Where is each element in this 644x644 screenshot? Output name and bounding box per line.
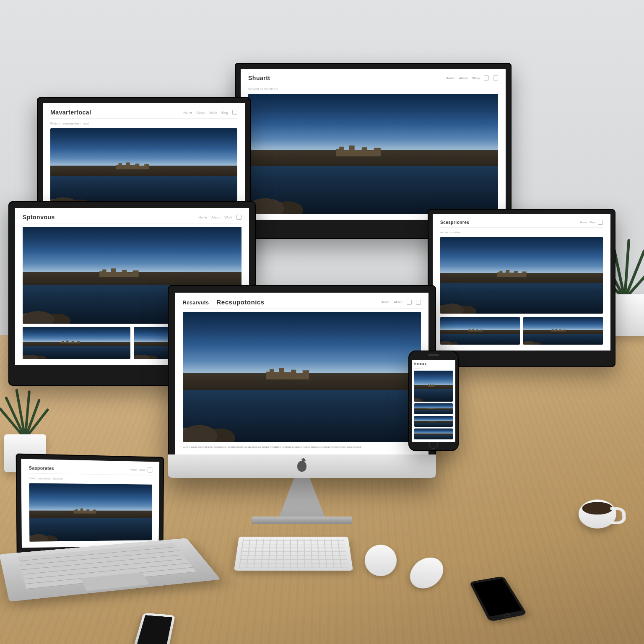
hero-image [29,483,152,542]
top-nav: Home About [381,300,421,305]
nav-link[interactable]: Home [381,300,390,304]
top-nav: Home About Work Blog [183,110,237,115]
laptop-screen: Sasporates Home About Sdand · onadoetnad… [16,454,164,554]
top-nav: Home About [130,467,152,473]
nav-link[interactable]: About [212,216,221,219]
hero-image [183,312,421,442]
nav-link[interactable]: Home [198,216,207,219]
menu-icon[interactable] [148,467,152,473]
nav-link[interactable]: Home [183,111,192,114]
webpage-mobile: Reratsp rostronted [412,360,455,442]
nav-link[interactable]: Home [446,76,454,80]
nav-link[interactable]: About [139,469,145,471]
cart-icon[interactable] [493,75,498,80]
nav-link[interactable]: Shop [589,221,595,223]
thumbnail[interactable] [414,403,453,414]
apple-logo-icon [297,461,306,472]
thumbnail[interactable] [23,327,130,359]
monitor-mid-right: Scesprionres Home Shop ressnet · tprsodn… [428,209,615,367]
imac-chin [168,454,436,478]
imac-front: Resarvuts Recsupotonics Home About Lorem… [168,285,436,478]
nav-link[interactable]: Home [580,221,587,223]
thumbnail[interactable] [414,416,453,427]
tagline: Phandr · nesenestest · and [50,122,237,125]
site-brand: Recsupotonics [217,299,265,306]
webpage: Scesprionres Home Shop ressnet · tprsodn… [433,214,610,351]
search-icon[interactable] [407,300,412,305]
tagline: rostronted [414,367,453,369]
thumbnail[interactable] [414,428,453,439]
nav-link[interactable]: About [459,76,467,80]
site-brand: Reratsp [414,362,453,365]
menu-icon[interactable] [232,110,237,115]
body-text: Lorem ipsum dolor sit amet consectetur a… [183,445,421,449]
nav-link[interactable]: Blog [221,111,228,114]
site-brand: Shuartt [248,75,270,81]
webpage: Shuartt Home About Shop Seslonf da fsami… [241,69,506,220]
imac-foot [252,517,352,524]
hero-image [440,237,603,314]
tagline: Seslonf da fsamiared [248,88,498,91]
site-brand: Sasporates [29,465,54,471]
site-brand-secondary: Resarvuts [183,300,209,306]
nav-link[interactable]: About [197,111,205,114]
thumbnail[interactable] [523,317,603,345]
search-icon[interactable] [236,215,242,220]
wireless-keyboard [234,537,353,571]
nav-link[interactable]: Work [209,111,217,114]
site-brand: Sptonvous [23,214,55,221]
cart-icon[interactable] [416,300,421,305]
webpage: Sasporates Home About Sdand · onadoetnad… [21,459,159,548]
hero-image [414,371,453,402]
top-nav: Home About Work [198,215,242,220]
site-brand: Mavartertocal [50,109,91,116]
search-icon[interactable] [484,75,489,80]
nav-link[interactable]: Home [130,468,137,471]
top-nav: Home About Shop [446,75,498,80]
tagline: ressnet · tprsodnse [440,231,603,234]
menu-icon[interactable] [598,220,603,225]
nav-link[interactable]: About [394,300,402,304]
thumbnail-column [414,403,453,439]
tagline: Sdand · onadoetnad · aresttrins [29,477,152,481]
webpage: Resarvuts Recsupotonics Home About Lorem… [175,293,428,454]
thumbnail[interactable] [440,317,520,345]
thumbnail-row [440,317,603,345]
nav-link[interactable]: Shop [472,76,480,80]
site-brand: Scesprionres [440,220,469,225]
nav-link[interactable]: Work [224,216,232,219]
top-nav: Home Shop [580,220,603,225]
smartphone-standing: Reratsp rostronted [408,351,459,451]
hero-image [50,128,237,208]
hero-image [248,94,498,214]
